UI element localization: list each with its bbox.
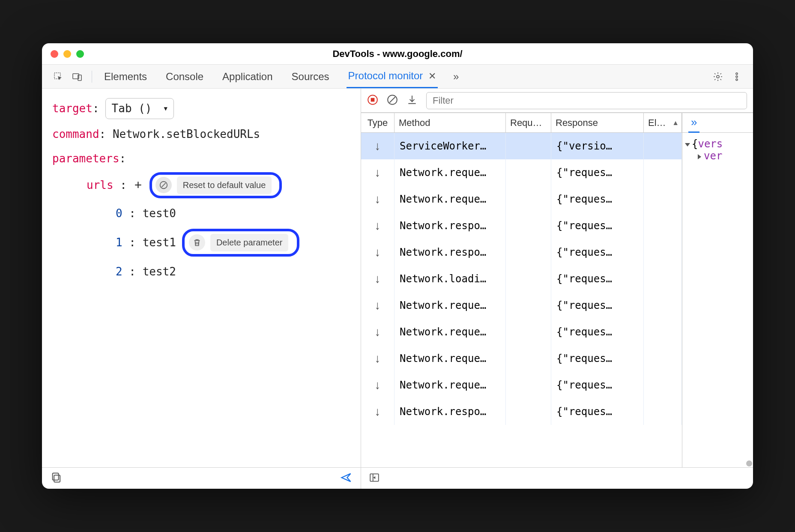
direction-arrow-icon: ↓: [361, 266, 395, 292]
table-row[interactable]: ↓Network.reque…{"reques…: [361, 319, 682, 345]
row-response: {"reques…: [551, 292, 644, 319]
brace: {: [692, 138, 698, 150]
trash-icon: [189, 234, 205, 251]
tab-sources[interactable]: Sources: [290, 66, 331, 88]
row-response: {"reques…: [551, 372, 644, 398]
tab-application[interactable]: Application: [221, 66, 274, 88]
direction-arrow-icon: ↓: [361, 212, 395, 239]
close-window-button[interactable]: [51, 50, 58, 58]
inspect-element-icon[interactable]: [52, 71, 64, 83]
json-key: ver: [704, 150, 722, 162]
parameters-key: parameters: [52, 152, 120, 165]
row-request: [506, 186, 551, 212]
copy-icon[interactable]: [51, 472, 63, 485]
more-tabs-icon[interactable]: »: [453, 71, 459, 83]
url-value-1[interactable]: test1: [143, 236, 176, 249]
row-method: Network.reque…: [395, 372, 506, 398]
row-response: {"reques…: [551, 345, 644, 372]
tree-row-root[interactable]: {vers: [686, 138, 750, 150]
protocol-monitor-pane: Type Method Requ… Response El…▲ ↓Service…: [361, 89, 753, 489]
sort-icon: ▲: [672, 119, 679, 127]
row-request: [506, 239, 551, 266]
settings-gear-icon[interactable]: [712, 71, 724, 83]
table-row[interactable]: ↓Network.reque…{"reques…: [361, 345, 682, 372]
reset-icon: [155, 177, 172, 193]
direction-arrow-icon: ↓: [361, 159, 395, 186]
table-row[interactable]: ↓Network.respo…{"reques…: [361, 398, 682, 425]
command-value: Network.setBlockedURLs: [113, 128, 260, 140]
toggle-sidebar-icon[interactable]: [369, 472, 380, 485]
filter-input[interactable]: [426, 92, 747, 109]
url-index-0: 0: [116, 207, 123, 220]
add-item-icon[interactable]: +: [134, 175, 142, 195]
col-method[interactable]: Method: [395, 113, 506, 132]
json-key: vers: [698, 138, 723, 150]
row-method: Network.reque…: [395, 186, 506, 212]
row-method: Network.respo…: [395, 239, 506, 266]
svg-point-6: [736, 79, 738, 81]
minimize-window-button[interactable]: [63, 50, 71, 58]
command-key: command: [52, 128, 99, 140]
direction-arrow-icon: ↓: [361, 239, 395, 266]
delete-label: Delete parameter: [210, 234, 289, 251]
table-row[interactable]: ↓Network.reque…{"reques…: [361, 186, 682, 212]
devtools-toolbar: Elements Console Application Sources Pro…: [42, 65, 753, 89]
col-request[interactable]: Requ…: [506, 113, 551, 132]
device-toggle-icon[interactable]: [71, 71, 83, 83]
svg-rect-8: [54, 475, 60, 482]
clear-icon[interactable]: [387, 94, 398, 107]
more-options-icon[interactable]: [731, 71, 743, 83]
row-request: [506, 372, 551, 398]
direction-arrow-icon: ↓: [361, 372, 395, 398]
col-type[interactable]: Type: [361, 113, 395, 132]
table-row[interactable]: ↓Network.loadi…{"reques…: [361, 266, 682, 292]
more-detail-tabs-icon[interactable]: »: [688, 113, 699, 133]
tab-elements[interactable]: Elements: [102, 66, 149, 88]
send-command-icon[interactable]: [340, 472, 352, 485]
panel-tabs: Elements Console Application Sources Pro…: [102, 65, 459, 88]
url-value-2[interactable]: test2: [143, 265, 176, 278]
target-select[interactable]: Tab () ▼: [105, 98, 174, 119]
row-elapsed: [644, 319, 682, 345]
table-row[interactable]: ↓Network.respo…{"reques…: [361, 239, 682, 266]
download-icon[interactable]: [406, 94, 418, 107]
details-header: »: [682, 113, 753, 133]
delete-parameter-callout[interactable]: Delete parameter: [182, 229, 300, 257]
chevron-down-icon: ▼: [164, 104, 167, 114]
svg-point-3: [717, 75, 719, 78]
row-elapsed: [644, 292, 682, 319]
close-tab-icon[interactable]: ✕: [428, 71, 436, 81]
scroll-thumb[interactable]: [746, 460, 752, 466]
reset-default-callout[interactable]: Reset to default value: [149, 172, 282, 198]
row-response: {"reques…: [551, 212, 644, 239]
tab-console[interactable]: Console: [164, 66, 205, 88]
editor-footer: [42, 467, 361, 489]
row-method: Network.reque…: [395, 319, 506, 345]
row-request: [506, 266, 551, 292]
table-row[interactable]: ↓Network.reque…{"reques…: [361, 372, 682, 398]
table-row[interactable]: ↓Network.reque…{"reques…: [361, 292, 682, 319]
row-response: {"versio…: [551, 133, 644, 159]
tab-protocol-monitor[interactable]: Protocol monitor ✕: [347, 65, 438, 88]
row-request: [506, 292, 551, 319]
maximize-window-button[interactable]: [76, 50, 84, 58]
table-row[interactable]: ↓Network.respo…{"reques…: [361, 212, 682, 239]
tree-row-child[interactable]: ver: [698, 150, 750, 162]
row-elapsed: [644, 133, 682, 159]
direction-arrow-icon: ↓: [361, 345, 395, 372]
row-method: Network.respo…: [395, 398, 506, 425]
record-icon[interactable]: [367, 94, 378, 107]
direction-arrow-icon: ↓: [361, 398, 395, 425]
table-row[interactable]: ↓ServiceWorker…{"versio…: [361, 133, 682, 159]
expand-icon: [698, 154, 701, 159]
col-response[interactable]: Response: [551, 113, 644, 132]
svg-point-4: [736, 73, 738, 75]
row-method: Network.reque…: [395, 292, 506, 319]
table-row[interactable]: ↓Network.reque…{"reques…: [361, 159, 682, 186]
col-elapsed[interactable]: El…▲: [644, 113, 682, 132]
row-method: Network.reque…: [395, 159, 506, 186]
row-elapsed: [644, 345, 682, 372]
url-value-0[interactable]: test0: [143, 207, 176, 220]
direction-arrow-icon: ↓: [361, 319, 395, 345]
direction-arrow-icon: ↓: [361, 133, 395, 159]
